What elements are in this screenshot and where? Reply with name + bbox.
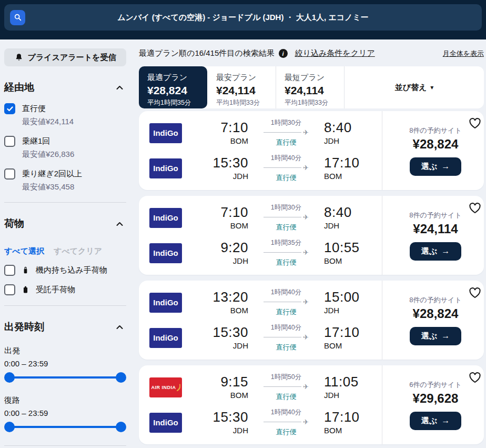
departure-time: 9:15 xyxy=(182,375,248,389)
slider-handle-max[interactable] xyxy=(116,372,126,383)
option-label[interactable]: 乗継1回 xyxy=(22,136,50,146)
favorite-button[interactable] xyxy=(469,287,481,298)
duration-label: 1時間40分 xyxy=(257,323,316,332)
select-button[interactable]: 選ぶ → xyxy=(410,157,461,176)
search-button[interactable] xyxy=(10,10,25,25)
arrival-code: JDH xyxy=(324,306,382,315)
stops-label: 直行便 xyxy=(257,343,316,352)
itinerary-block: IndiGo 13:20 BOM 1時間40分 ✈ 直行便 15:00 JDH xyxy=(139,281,382,360)
favorite-button[interactable] xyxy=(469,372,481,383)
return-slider-label: 復路 xyxy=(4,395,126,405)
search-summary-bar[interactable]: ムンバイ (すべての空港) - ジョードプル (JDH) ・ 大人1人, エコノ… xyxy=(4,4,482,31)
outbound-time-slider[interactable] xyxy=(4,372,126,383)
plane-icon: ✈ xyxy=(303,213,309,221)
section-header-departure-time[interactable]: 出発時刻 xyxy=(4,320,126,334)
total-price: ¥28,824 xyxy=(413,137,459,152)
section-header-baggage[interactable]: 荷物 xyxy=(4,217,126,231)
slider-handle-max[interactable] xyxy=(116,422,126,432)
clear-filters-link[interactable]: 絞り込み条件をクリア xyxy=(295,48,375,58)
departure-block: 15:30 JDH xyxy=(182,410,248,435)
outbound-time-range: 0:00 – 23:59 xyxy=(4,359,126,368)
departure-time: 7:10 xyxy=(182,121,248,135)
flight-path: ✈ xyxy=(257,333,316,341)
stops-label: 直行便 xyxy=(257,138,316,147)
slider-handle-min[interactable] xyxy=(4,422,15,432)
time-section-title: 出発時刻 xyxy=(4,320,44,334)
airline-name: IndiGo xyxy=(153,248,178,257)
airline-logo-indigo: IndiGo xyxy=(149,243,182,263)
tab-duration: 平均1時間35分 xyxy=(147,98,207,107)
departure-code: JDH xyxy=(182,172,248,181)
duration-label: 1時間40分 xyxy=(257,154,316,163)
itinerary-block: IndiGo 7:10 BOM 1時間30分 ✈ 直行便 8:40 JDH xyxy=(139,111,382,190)
chevron-up-icon[interactable] xyxy=(116,222,123,226)
airline-logo-indigo: IndiGo xyxy=(149,123,182,143)
chevron-up-icon[interactable] xyxy=(116,325,123,330)
select-button[interactable]: 選ぶ → xyxy=(410,327,461,345)
departure-code: JDH xyxy=(182,341,248,350)
tab-best[interactable]: 最適プラン ¥28,824 平均1時間35分 xyxy=(139,66,207,108)
plane-icon: ✈ xyxy=(303,418,309,426)
select-button[interactable]: 選ぶ → xyxy=(410,242,461,261)
checkbox-direct-flights[interactable] xyxy=(4,103,15,114)
tab-cheapest[interactable]: 最安プラン ¥24,114 平均1時間33分 xyxy=(208,66,276,108)
arrival-time: 17:10 xyxy=(324,410,382,424)
arrival-block: 17:10 BOM xyxy=(324,325,382,350)
plane-icon: ✈ xyxy=(303,128,309,136)
flight-path: ✈ xyxy=(257,213,316,221)
section-header-stops[interactable]: 経由地 xyxy=(4,81,126,94)
favorite-button[interactable] xyxy=(469,202,481,214)
sidebar-divider xyxy=(4,202,126,203)
slider-track[interactable] xyxy=(5,376,125,379)
select-label: 選ぶ xyxy=(421,331,437,341)
caret-down-icon: ▾ xyxy=(430,84,433,91)
airline-name: AIR INDIA xyxy=(151,385,176,390)
duration-block: 1時間40分 ✈ 直行便 xyxy=(257,323,316,352)
clear-all-link[interactable]: すべてクリア xyxy=(54,246,102,256)
arrival-code: BOM xyxy=(324,426,382,435)
tab-fastest[interactable]: 最短プラン ¥24,114 平均1時間33分 xyxy=(276,66,345,108)
baggage-option-label[interactable]: 受託手荷物 xyxy=(36,285,75,295)
slider-track[interactable] xyxy=(5,426,125,428)
show-month-link[interactable]: 月全体を表示 xyxy=(443,49,484,58)
flight-path: ✈ xyxy=(257,248,316,256)
itinerary-block: AIR INDIA 9:15 BOM 1時間50分 ✈ 直行便 xyxy=(139,365,382,444)
arrival-code: JDH xyxy=(324,391,382,400)
leg-row: IndiGo 9:20 JDH 1時間35分 ✈ 直行便 10:55 BOM xyxy=(149,238,382,267)
option-label[interactable]: 直行便 xyxy=(22,104,46,114)
chevron-up-icon[interactable] xyxy=(116,85,123,90)
price-alert-button[interactable]: プライスアラートを受信 xyxy=(4,48,126,66)
duration-block: 1時間40分 ✈ 直行便 xyxy=(257,408,316,437)
plane-icon: ✈ xyxy=(303,383,309,391)
airline-name: IndiGo xyxy=(153,333,178,342)
tab-price: ¥28,824 xyxy=(147,84,207,97)
checkbox-cabin-bag[interactable] xyxy=(4,265,15,276)
sort-dropdown[interactable]: 並び替え ▾ xyxy=(345,66,484,108)
arrival-time: 8:40 xyxy=(324,121,382,135)
arrow-right-icon: → xyxy=(441,246,450,256)
checkbox-1-stop[interactable] xyxy=(4,136,15,147)
slider-handle-min[interactable] xyxy=(4,372,15,383)
flight-card: IndiGo 13:20 BOM 1時間40分 ✈ 直行便 15:00 JDH xyxy=(139,281,484,360)
checked-bag-icon xyxy=(21,285,30,294)
arrival-time: 11:05 xyxy=(324,375,382,389)
baggage-section-title: 荷物 xyxy=(4,217,24,231)
select-all-link[interactable]: すべて選択 xyxy=(4,246,44,256)
price-block: 8件の予約サイト ¥24,114 選ぶ → xyxy=(382,196,486,275)
checkbox-2plus-stops[interactable] xyxy=(4,168,15,180)
flight-path: ✈ xyxy=(257,128,316,136)
stops-option-1stop: 乗継1回 最安値¥26,836 xyxy=(4,136,126,160)
leg-row: IndiGo 7:10 BOM 1時間30分 ✈ 直行便 8:40 JDH xyxy=(149,118,382,147)
tab-label: 最適プラン xyxy=(147,73,207,83)
airline-logo-air-india: AIR INDIA xyxy=(149,377,182,397)
results-summary: 最適プラン順の16/415件目の検索結果 xyxy=(139,48,275,58)
baggage-option-label[interactable]: 機内持ち込み手荷物 xyxy=(36,265,107,275)
checkbox-checked-bag[interactable] xyxy=(4,284,15,295)
select-button[interactable]: 選ぶ → xyxy=(410,412,461,430)
favorite-button[interactable] xyxy=(469,117,481,129)
option-label[interactable]: 乗り継ぎ2回以上 xyxy=(22,169,82,179)
tab-price: ¥24,114 xyxy=(216,84,276,97)
return-time-slider[interactable] xyxy=(4,421,126,433)
info-icon[interactable]: i xyxy=(279,49,288,58)
leg-row: IndiGo 13:20 BOM 1時間40分 ✈ 直行便 15:00 JDH xyxy=(149,288,382,317)
